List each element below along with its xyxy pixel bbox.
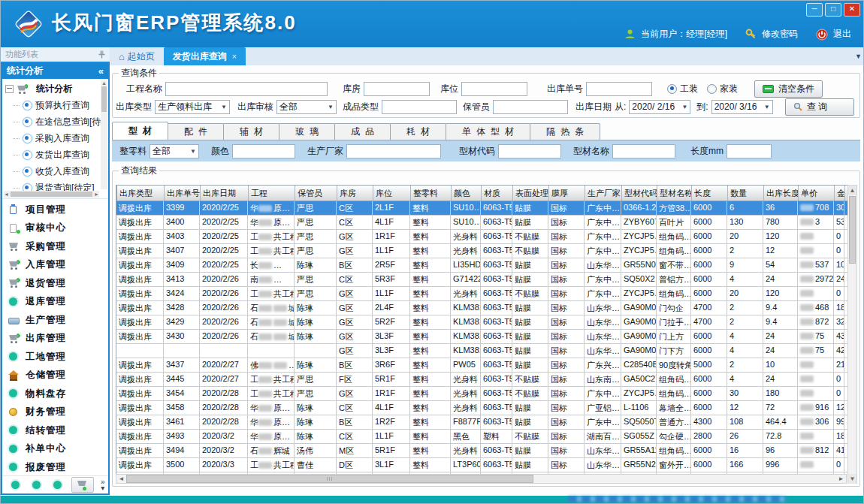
material-tab-consumable[interactable]: 耗材 [390, 123, 446, 140]
sidebar-item-site-mgmt[interactable]: 工地管理 [2, 348, 108, 367]
warehouse-input[interactable] [364, 82, 430, 96]
sidebar-item-audit-center[interactable]: 审核中心 [2, 219, 108, 238]
tree-item[interactable]: 在途信息查询[待 [5, 113, 99, 130]
date-to-picker[interactable]: 2020/ 3/16▼ [711, 100, 773, 114]
material-tab-insulation-strip[interactable]: 隔热条 [530, 123, 600, 140]
radio-gongzhuang[interactable] [667, 84, 677, 94]
sidebar-item-scrap-mgmt[interactable]: 报废管理 [2, 458, 108, 475]
column-header[interactable]: 生产厂家 [585, 186, 622, 201]
table-row[interactable]: 调拨出库34452020/2/27工共工程严思F区5R1F整料光身料6063-T… [116, 373, 847, 387]
sidebar-item-outbound-mgmt[interactable]: 出库管理 [2, 330, 108, 349]
tree-vertical-scrollbar[interactable]: ▲ [101, 80, 107, 189]
tree-item[interactable]: 预算执行查询 [5, 97, 99, 113]
sidebar-item-finance-mgmt[interactable]: 财务管理 [2, 403, 108, 422]
column-header[interactable]: 出库单号 [165, 186, 201, 201]
table-row[interactable]: 调拨出库34582020/2/28华原…陈琳C区4L1F整料光身料6063-T5… [116, 401, 847, 415]
sidebar-item-supplement-center[interactable]: 补单中心 [2, 440, 108, 459]
order-no-input[interactable] [586, 82, 652, 96]
column-header[interactable]: 长度 [692, 186, 728, 201]
dot-icon[interactable] [53, 481, 62, 489]
scroll-down-icon[interactable]: ▼ [848, 474, 856, 484]
logout-link[interactable]: 退出 [833, 28, 851, 41]
sidebar-item-purchase-mgmt[interactable]: 采购管理 [2, 237, 108, 256]
change-password-link[interactable]: 修改密码 [762, 28, 798, 41]
maximize-button[interactable]: □ [825, 3, 841, 17]
column-header[interactable]: 金 [835, 186, 845, 201]
table-row[interactable]: 调拨出库34372020/2/27佛…陈琳B区3R6F整料PW056063-T5… [116, 358, 847, 373]
table-row[interactable]: 调拨出库34612020/2/28华原…陈琳B区1R2F整料F8877FT606… [116, 415, 847, 430]
column-header[interactable]: 保管员 [295, 186, 337, 201]
section-header[interactable]: 统计分析 « [2, 63, 108, 79]
date-from-picker[interactable]: 2020/ 2/16▼ [629, 100, 690, 114]
tree-item[interactable]: 采购入库查询 [5, 130, 99, 146]
material-tab-accessory[interactable]: 配件 [168, 123, 224, 140]
column-header[interactable]: 工程 [249, 186, 295, 201]
search-button[interactable]: 查 询 [785, 98, 854, 116]
material-tab-product[interactable]: 成品 [334, 123, 391, 140]
table-row[interactable]: 调拨出库34032020/2/25工共工程严思G区1R1F整料光身料6063-T… [116, 230, 847, 244]
column-header[interactable]: 型材名称 [657, 186, 692, 201]
tab-shipment-outbound-query[interactable]: 发货出库查询 × [164, 47, 246, 65]
column-header[interactable]: 出库日期 [201, 186, 249, 201]
collapse-icon[interactable]: « [98, 65, 104, 77]
sidebar-item-warehouse-mgmt[interactable]: 仓储管理 [2, 367, 108, 385]
tree-horizontal-scrollbar[interactable]: ◄► [4, 191, 99, 198]
scroll-left-icon[interactable]: ◄ [116, 475, 126, 482]
location-input[interactable] [461, 82, 527, 96]
column-header[interactable]: 膜厚 [549, 186, 585, 201]
sidebar-item-return-goods-mgmt[interactable]: 退货管理 [2, 274, 108, 293]
table-row[interactable]: 调拨出库34002020/2/25华原…严思C区4L1F整料SU10…6063-… [116, 216, 847, 230]
tree-item[interactable]: 发货出库查询 [5, 146, 99, 163]
minimize-button[interactable]: ─ [806, 3, 823, 17]
column-header[interactable]: 数量 [728, 186, 764, 201]
column-header[interactable]: 整零料 [411, 186, 452, 201]
clear-conditions-button[interactable]: 清空条件 [754, 80, 823, 98]
more-button[interactable]: »▾ [101, 479, 105, 491]
color-input[interactable] [232, 144, 295, 158]
project-name-input[interactable] [165, 82, 328, 96]
sidebar-item-carryover-mgmt[interactable]: 结转管理 [2, 421, 108, 440]
keeper-input[interactable] [493, 100, 568, 114]
dot-icon[interactable] [32, 481, 41, 489]
table-row[interactable]: 调拨出库34932020/3/2华原…陈琳C区1L1F整料黑色塑料不贴膜国标湖南… [116, 430, 847, 444]
table-row[interactable]: 调拨出库35002020/3/3工共工程曹佳D区3L1F整料LT3P606063… [116, 458, 847, 472]
table-row[interactable]: G区3L3F整料KLM38176063-T5贴膜国标山东华…GA90M09.门下… [116, 344, 847, 358]
column-header[interactable]: 单价 [799, 186, 835, 201]
column-header[interactable]: 库位 [373, 186, 411, 201]
table-row[interactable]: 调拨出库33992020/2/25华原…严思C区2L1F整料SU10…6063-… [116, 201, 847, 216]
product-type-input[interactable] [382, 100, 457, 114]
scroll-right-icon[interactable]: ► [836, 475, 846, 482]
manufacturer-input[interactable] [346, 144, 441, 158]
profile-name-input[interactable] [612, 144, 675, 158]
pin-icon[interactable] [98, 50, 105, 59]
table-horizontal-scrollbar[interactable]: ◄ ► [116, 474, 847, 484]
column-header[interactable]: 型材代码 [622, 186, 657, 201]
column-header[interactable]: 出库长度 [764, 186, 799, 201]
table-row[interactable]: 调拨出库34302020/2/26石城陈琳G区3L3F整料KLM38176063… [116, 330, 847, 344]
cart-button[interactable] [71, 477, 94, 493]
column-header[interactable]: 出库类型 [117, 186, 165, 201]
table-row[interactable]: 调拨出库34132020/2/26南…严思C区5R3F整料G714226063-… [116, 273, 847, 287]
sidebar-item-inventory-count[interactable]: 物料盘存 [2, 385, 108, 403]
table-row[interactable]: 调拨出库34292020/2/26石城陈琳G区5R2F整料KLM38176063… [116, 315, 847, 330]
table-row[interactable]: 调拨出库34072020/2/25工共工程严思G区1L1F整料光身料6063-T… [116, 244, 847, 258]
table-row[interactable]: 调拨出库34542020/2/28工共工程严思G区1R1F整料光身料6063-T… [116, 387, 847, 401]
table-row[interactable]: 调拨出库34282020/2/26石城陈琳G区2L4F整料KLM38176063… [116, 301, 847, 315]
tree-root[interactable]: 统计分析 [5, 81, 99, 97]
sidebar-item-production-mgmt[interactable]: 生产管理 [2, 311, 108, 330]
radio-jiazhuang[interactable] [707, 84, 717, 94]
dot-icon[interactable] [11, 481, 20, 489]
material-tab-profile[interactable]: 型材 [112, 122, 168, 140]
tab-home[interactable]: ⌂ 起始页 [110, 47, 164, 65]
close-button[interactable]: ✕ [844, 3, 860, 17]
column-header[interactable]: 表面处理 [513, 186, 549, 201]
tree-item[interactable]: 收货入库查询 [5, 163, 99, 180]
hscroll-thumb[interactable] [126, 475, 533, 483]
scroll-up-icon[interactable]: ▲ [848, 186, 856, 195]
tab-close-icon[interactable]: × [232, 52, 237, 61]
column-header[interactable]: 颜色 [452, 186, 482, 201]
vscroll-thumb[interactable] [849, 196, 856, 264]
out-type-select[interactable]: 生产领料出库▼ [155, 100, 230, 114]
out-audit-select[interactable]: 全部▼ [276, 100, 337, 114]
sidebar-item-project-mgmt[interactable]: 项目管理 [2, 201, 108, 219]
